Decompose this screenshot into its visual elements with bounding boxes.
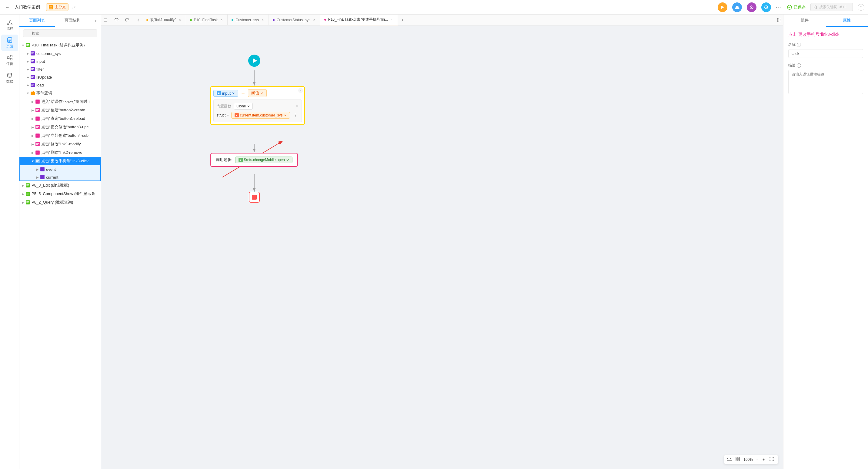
tab-close-link1[interactable]: × — [178, 18, 182, 22]
tree-item-changemobile[interactable]: ▼ 点击"更改手机号"link3-click — [20, 157, 101, 165]
toggle-query[interactable]: ▶ — [30, 116, 35, 121]
clone-select[interactable]: Clone — [234, 103, 253, 110]
nav-data[interactable]: 数据 — [1, 70, 18, 86]
sidebar-search-input[interactable] — [23, 29, 97, 37]
tree-item-p10[interactable]: ▼ P10_FinalTask (结课作业示例) — [20, 41, 101, 50]
tree-item-query[interactable]: ▶ 点击"查询"button1-reload — [20, 114, 101, 123]
redo-button[interactable] — [123, 16, 131, 24]
tab-close-customer-status[interactable]: × — [312, 18, 316, 22]
tree-item-p8-2[interactable]: ▶ P8_2_Query (数据查询) — [20, 198, 101, 207]
add-page-button[interactable]: + — [90, 14, 101, 27]
help-button[interactable]: ? — [858, 4, 864, 10]
tab-components[interactable]: 组件 — [783, 14, 826, 27]
name-input[interactable] — [788, 49, 863, 58]
svg-point-82 — [190, 19, 192, 21]
zoom-out-button[interactable]: - — [755, 458, 759, 462]
desc-textarea[interactable] — [788, 70, 863, 94]
tree-item-enter[interactable]: ▶ 进入"结课作业示例"页面时-i — [20, 97, 101, 106]
tab-close-customer[interactable]: × — [261, 18, 265, 22]
tab-customer-sys[interactable]: Customer_sys × — [227, 14, 269, 26]
more-actions[interactable]: ··· — [776, 4, 782, 10]
toggle-p10[interactable]: ▼ — [21, 43, 26, 48]
end-node[interactable] — [249, 192, 260, 203]
toggle-events[interactable]: ▼ — [26, 91, 30, 95]
call-logic-node[interactable]: 调用逻辑 ■ $refs.changeMobile.open — [210, 153, 298, 167]
back-button[interactable]: ← — [4, 3, 11, 11]
tab-link1-modify[interactable]: 改"link1-modify" × — [143, 14, 186, 26]
tree-item-create[interactable]: ▶ 点击"创建"button2-create — [20, 106, 101, 114]
swap-icon[interactable]: ⇄ — [72, 5, 76, 10]
tab-changemobile[interactable]: P10_FinalTask-点击"更改手机号"lin... × — [320, 14, 398, 26]
nav-logic[interactable]: 逻辑 — [1, 52, 18, 68]
tree-item-p8-3[interactable]: ▶ P8_3_Edit (编辑数据) — [20, 181, 101, 189]
tab-close-changemobile[interactable]: × — [390, 18, 394, 22]
tree-item-modify[interactable]: ▶ 点击"修改"link1-modify — [20, 140, 101, 148]
cloud-button[interactable] — [732, 2, 742, 12]
tab-customer-status[interactable]: CustomerStatus_sys × — [269, 14, 320, 26]
toggle-filter[interactable]: ▶ — [26, 67, 30, 71]
tree-item-customer-sys[interactable]: ▶ customer_sys — [20, 50, 101, 57]
tab-page-list[interactable]: 页面列表 — [20, 14, 55, 27]
nav-flow[interactable]: 流程 — [1, 17, 18, 33]
tree-item-submit[interactable]: ▶ 点击"提交修改"button3-upc — [20, 123, 101, 131]
tree-item-load[interactable]: ▶ load — [20, 81, 101, 89]
toggle-event-child[interactable]: ▶ — [35, 167, 40, 172]
top-actions: ··· 已保存 搜索关键词 ⌘+F ? — [718, 2, 864, 12]
toggle-p8-3[interactable]: ▶ — [21, 183, 26, 188]
toggle-p5-5[interactable]: ▶ — [21, 192, 26, 196]
assign-tag[interactable]: 赋值 — [248, 89, 267, 97]
assign-node-close[interactable]: × — [298, 88, 303, 93]
toggle-input[interactable]: ▶ — [26, 59, 30, 64]
deploy-button[interactable] — [747, 2, 756, 12]
tab-p10-final[interactable]: P10_FinalTask × — [186, 14, 228, 26]
search-bar[interactable]: 搜索关键词 ⌘+F — [810, 3, 853, 11]
tree-item-event-child[interactable]: ▶ event — [20, 165, 101, 173]
start-node[interactable] — [248, 55, 260, 67]
zoom-in-button[interactable]: + — [761, 458, 766, 462]
sidebar-tab-bar: 页面列表 页面结构 + — [20, 14, 101, 27]
toggle-customer-sys[interactable]: ▶ — [26, 51, 30, 56]
settings-button[interactable] — [761, 2, 771, 12]
tree-item-events-folder[interactable]: ▼ 事件逻辑 — [20, 89, 101, 97]
zoom-fit-button[interactable] — [734, 457, 741, 462]
toggle-p8-2[interactable]: ▶ — [21, 200, 26, 205]
tree-item-input[interactable]: ▶ input — [20, 57, 101, 65]
toggle-load[interactable]: ▶ — [26, 83, 30, 87]
input-tag[interactable]: ■ input — [213, 90, 238, 97]
assign-node[interactable]: × ■ input → 赋值 内置函数 — [210, 86, 305, 125]
expand-panel-button[interactable] — [775, 14, 783, 26]
tree-item-filter[interactable]: ▶ filter — [20, 65, 101, 73]
toggle-enter[interactable]: ▶ — [30, 99, 35, 104]
tree-item-current-child[interactable]: ▶ current — [20, 173, 101, 181]
tab-list-button[interactable] — [101, 14, 110, 26]
toggle-submit[interactable]: ▶ — [30, 125, 35, 129]
tree-item-create2[interactable]: ▶ 点击"立即创建"button4-sub — [20, 131, 101, 140]
svg-point-5 — [814, 6, 816, 8]
tree-item-remove[interactable]: ▶ 点击"删除"link2-remove — [20, 148, 101, 157]
tab-prev[interactable] — [134, 14, 143, 26]
toggle-isupdate[interactable]: ▶ — [26, 75, 30, 80]
branch-selector[interactable]: 主 主分支 — [46, 3, 68, 11]
canvas-area[interactable]: × ■ input → 赋值 内置函数 — [101, 26, 783, 469]
toggle-modify[interactable]: ▶ — [30, 142, 35, 147]
play-button[interactable] — [718, 2, 727, 12]
toggle-create[interactable]: ▶ — [30, 108, 35, 113]
tree-item-isupdate[interactable]: ▶ isUpdate — [20, 73, 101, 81]
tab-page-structure[interactable]: 页面结构 — [55, 14, 90, 27]
tree-item-p5-5[interactable]: ▶ P5_5_ComponentShow (组件显示条 — [20, 189, 101, 198]
zoom-fullscreen-button[interactable] — [768, 457, 775, 462]
nav-page[interactable]: 页面 — [1, 35, 18, 51]
toggle-changemobile[interactable]: ▼ — [30, 159, 35, 164]
call-logic-value[interactable]: ■ $refs.changeMobile.open — [235, 156, 292, 163]
tab-properties[interactable]: 属性 — [826, 14, 868, 27]
tab-next[interactable] — [398, 14, 406, 26]
toggle-remove[interactable]: ▶ — [30, 150, 35, 155]
struct-value[interactable]: ■ current.item.customer_sys — [231, 112, 290, 119]
toggle-current-child[interactable]: ▶ — [35, 175, 40, 180]
close-builtin[interactable]: × — [296, 104, 299, 109]
struct-more-btn[interactable]: ⋮ — [292, 112, 299, 118]
tab-close-p10[interactable]: × — [219, 18, 224, 22]
toggle-create2[interactable]: ▶ — [30, 133, 35, 138]
undo-button[interactable] — [112, 16, 121, 24]
tree-label-p10: P10_FinalTask (结课作业示例) — [32, 42, 98, 48]
